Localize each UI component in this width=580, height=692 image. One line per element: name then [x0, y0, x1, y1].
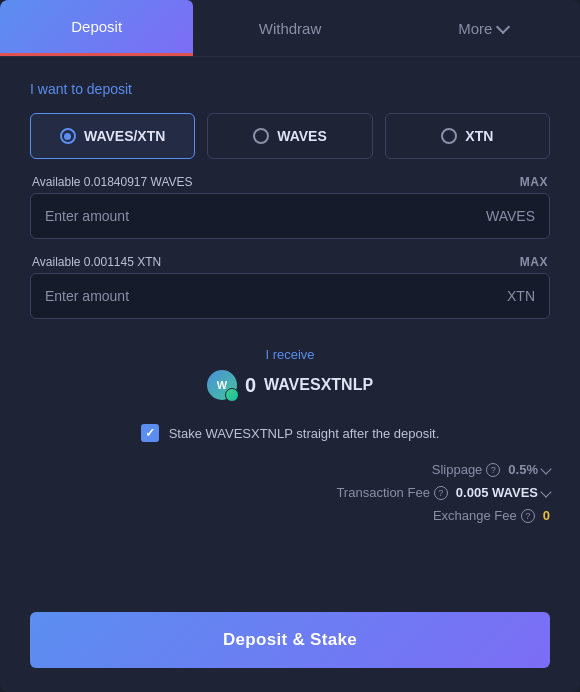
slippage-label: Slippage ? — [432, 462, 501, 477]
xtn-max-button[interactable]: MAX — [520, 255, 548, 269]
stake-label: Stake WAVESXTNLP straight after the depo… — [169, 426, 440, 441]
xtn-amount-input[interactable] — [45, 274, 507, 318]
tab-withdraw[interactable]: Withdraw — [193, 0, 386, 56]
fee-section: Slippage ? 0.5% Transaction Fee ? 0.005 … — [30, 462, 550, 523]
token-xtn-label: XTN — [465, 128, 493, 144]
tab-deposit[interactable]: Deposit — [0, 0, 193, 56]
token-waves-xtn-label: WAVES/XTN — [84, 128, 165, 144]
stake-checkbox[interactable]: ✓ — [141, 424, 159, 442]
main-content: I want to deposit WAVES/XTN WAVES XTN Av… — [0, 57, 580, 612]
slippage-value[interactable]: 0.5% — [508, 462, 550, 477]
token-btn-waves-xtn[interactable]: WAVES/XTN — [30, 113, 195, 159]
tab-bar: Deposit Withdraw More — [0, 0, 580, 57]
receive-amount: 0 — [245, 374, 256, 397]
checkmark-icon: ✓ — [145, 426, 155, 440]
slippage-info-icon[interactable]: ? — [486, 463, 500, 477]
stake-row: ✓ Stake WAVESXTNLP straight after the de… — [30, 424, 550, 442]
transaction-fee-info-icon[interactable]: ? — [434, 486, 448, 500]
exchange-fee-value: 0 — [543, 508, 550, 523]
deposit-section-label: I want to deposit — [30, 81, 550, 97]
receive-amount-row: W 0 WAVESXTNLP — [30, 370, 550, 400]
transaction-fee-value[interactable]: 0.005 WAVES — [456, 485, 550, 500]
chevron-down-icon — [496, 19, 510, 33]
transaction-fee-chevron-icon — [540, 486, 551, 497]
transaction-fee-label: Transaction Fee ? — [336, 485, 447, 500]
token-selector-row: WAVES/XTN WAVES XTN — [30, 113, 550, 159]
exchange-fee-info-icon[interactable]: ? — [521, 509, 535, 523]
xtn-unit: XTN — [507, 288, 535, 304]
token-waves-label: WAVES — [277, 128, 327, 144]
transaction-fee-row: Transaction Fee ? 0.005 WAVES — [30, 485, 550, 500]
token-btn-waves[interactable]: WAVES — [207, 113, 372, 159]
exchange-fee-row: Exchange Fee ? 0 — [30, 508, 550, 523]
xtn-meta: Available 0.001145 XTN MAX — [30, 255, 550, 269]
token-btn-xtn[interactable]: XTN — [385, 113, 550, 159]
deposit-stake-button[interactable]: Deposit & Stake — [30, 612, 550, 668]
waves-amount-section: Available 0.01840917 WAVES MAX WAVES — [30, 175, 550, 239]
waves-meta: Available 0.01840917 WAVES MAX — [30, 175, 550, 189]
wavesxtnlp-icon: W — [207, 370, 237, 400]
xtn-input-wrapper: XTN — [30, 273, 550, 319]
slippage-row: Slippage ? 0.5% — [30, 462, 550, 477]
tab-more[interactable]: More — [387, 0, 580, 56]
waves-available: Available 0.01840917 WAVES — [32, 175, 193, 189]
app-container: Deposit Withdraw More I want to deposit … — [0, 0, 580, 692]
xtn-amount-section: Available 0.001145 XTN MAX XTN — [30, 255, 550, 319]
xtn-available: Available 0.001145 XTN — [32, 255, 161, 269]
waves-unit: WAVES — [486, 208, 535, 224]
radio-xtn — [441, 128, 457, 144]
receive-token: WAVESXTNLP — [264, 376, 373, 394]
waves-max-button[interactable]: MAX — [520, 175, 548, 189]
receive-section: I receive W 0 WAVESXTNLP — [30, 335, 550, 404]
waves-input-wrapper: WAVES — [30, 193, 550, 239]
receive-label: I receive — [30, 347, 550, 362]
radio-waves-xtn — [60, 128, 76, 144]
tab-more-label: More — [458, 20, 492, 37]
radio-waves — [253, 128, 269, 144]
waves-amount-input[interactable] — [45, 194, 486, 238]
exchange-fee-label: Exchange Fee ? — [433, 508, 535, 523]
slippage-chevron-icon — [540, 463, 551, 474]
